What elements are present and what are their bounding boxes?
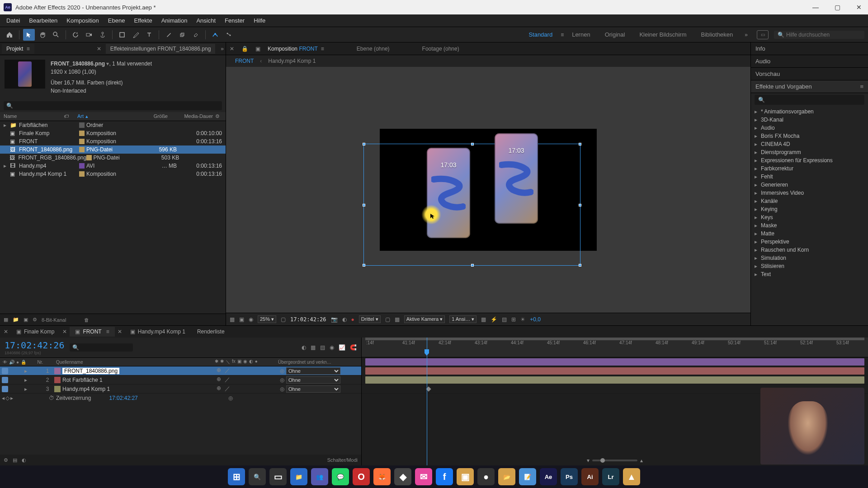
col-num[interactable]: Nr. <box>33 360 47 365</box>
panel-more-icon[interactable]: » <box>221 46 224 52</box>
zoom-in-icon[interactable]: ▴ <box>640 457 643 464</box>
new-comp-icon[interactable]: ▣ <box>24 317 28 323</box>
tl-film-icon[interactable]: ▦ <box>311 344 316 351</box>
taskbar-folder[interactable]: 📂 <box>498 468 515 485</box>
vis-header-icon[interactable]: 👁 <box>3 360 7 365</box>
project-item[interactable]: ▸ 📁 Farbflächen Ordner <box>0 121 226 129</box>
full-res-icon[interactable]: ▢ <box>281 316 286 323</box>
effects-category[interactable]: ▸CINEMA 4D <box>751 140 868 148</box>
toggle-switches-icon[interactable]: ⚙ <box>4 457 8 463</box>
tl-tab-handy[interactable]: ▣ Handy.mp4 Komp 1 <box>125 327 191 337</box>
taskbar-photoshop[interactable]: Ps <box>561 468 578 485</box>
bit-depth[interactable]: 8-Bit-Kanal <box>42 317 66 323</box>
effects-categories[interactable]: ▸* Animationsvorgaben▸3D-Kanal▸Audio▸Bor… <box>751 107 868 325</box>
lock-header-icon[interactable]: 🔒 <box>21 360 26 365</box>
effects-category[interactable]: ▸3D-Kanal <box>751 116 868 124</box>
timeline-layer[interactable]: ▸ 1 FRONT_1840886.png ⊕／ ◎Ohne <box>0 366 361 375</box>
shy-icon[interactable]: ⚙ <box>213 113 222 119</box>
switch-header-icon[interactable]: ✱ <box>215 359 218 365</box>
col-source[interactable]: Quellenname <box>47 360 215 365</box>
effects-category[interactable]: ▸Immersives Video <box>751 189 868 197</box>
taskbar-app2[interactable]: ▣ <box>457 468 474 485</box>
transparency-icon[interactable]: ▣ <box>239 316 244 323</box>
timeline-timecode[interactable]: 17:02:42:26 <box>5 340 64 351</box>
lock-icon[interactable]: 🔒 <box>241 46 248 52</box>
col-size[interactable]: Größe <box>132 113 168 119</box>
effects-category[interactable]: ▸Keys <box>751 213 868 221</box>
col-name[interactable]: Name <box>4 113 64 119</box>
menu-komposition[interactable]: Komposition <box>62 15 104 26</box>
tl-tab-close-icon[interactable]: ✕ <box>61 328 69 335</box>
taskbar-aftereffects[interactable]: Ae <box>540 468 557 485</box>
pixel-aspect-icon[interactable]: ▦ <box>481 316 486 323</box>
tl-tab-finale[interactable]: ▣ Finale Komp <box>11 327 60 337</box>
comp-tab-layer[interactable]: Ebene (ohne) <box>357 46 390 52</box>
playhead[interactable] <box>427 338 427 465</box>
switches-modes-label[interactable]: Schalter/Modi <box>327 457 358 463</box>
tl-shy-icon[interactable]: ◐ <box>302 344 306 351</box>
col-art[interactable]: Art▴ <box>77 113 132 119</box>
camera-dropdown[interactable]: Aktive Kamera ▾ <box>404 315 445 323</box>
mask-icon[interactable]: ◉ <box>249 316 253 323</box>
kf-add-icon[interactable]: ◇ <box>5 395 9 401</box>
panel-effects[interactable]: Effekte und Vorgaben≡ <box>751 80 868 93</box>
effects-category[interactable]: ▸* Animationsvorgaben <box>751 108 868 116</box>
tl-tab-close-icon[interactable]: ✕ <box>2 328 10 335</box>
project-search[interactable]: 🔍 <box>4 101 222 110</box>
timeline-layer[interactable]: ▸ 2 Rot Farbfläche 1 ⊕／ ◎Ohne <box>0 375 361 385</box>
reset-exposure-icon[interactable]: ☀ <box>520 316 525 323</box>
effects-category[interactable]: ▸Boris FX Mocha <box>751 132 868 140</box>
menu-animation[interactable]: Animation <box>157 15 192 26</box>
workspace-lernen[interactable]: Lernen <box>566 29 596 40</box>
taskbar-opera[interactable]: O <box>353 468 370 485</box>
menu-ansicht[interactable]: Ansicht <box>192 15 220 26</box>
hand-tool[interactable] <box>37 29 48 41</box>
tl-tab-front[interactable]: ▣ FRONT ≡ <box>70 327 114 337</box>
project-item[interactable]: ▣ Handy.mp4 Komp 1 Komposition 0:00:13:1… <box>0 170 226 178</box>
home-icon[interactable] <box>4 29 15 41</box>
taskbar-illustrator[interactable]: Ai <box>581 468 599 485</box>
project-item[interactable]: 🖼 FRONT_1840886.png PNG-Datei 596 KB <box>0 145 226 154</box>
breadcrumb-handy[interactable]: Handy.mp4 Komp 1 <box>268 58 316 64</box>
new-folder-icon[interactable]: 📁 <box>13 317 19 323</box>
clone-tool[interactable] <box>176 29 188 41</box>
menu-ebene[interactable]: Ebene <box>104 15 130 26</box>
project-item[interactable]: ▣ Finale Komp Komposition 0:00:10:00 <box>0 129 226 137</box>
timeline-icon[interactable]: ▤ <box>502 316 507 323</box>
col-dur[interactable]: Media-Dauer <box>168 113 213 119</box>
exposure-value[interactable]: +0,0 <box>530 316 541 323</box>
viewer-timecode[interactable]: 17:02:42:26 <box>290 316 326 323</box>
grid-icon[interactable]: ▦ <box>230 316 235 323</box>
comp-tab-footage[interactable]: Footage (ohne) <box>422 46 459 52</box>
rectangle-tool[interactable] <box>116 29 128 41</box>
workspace-bibliotheken[interactable]: Bibliotheken <box>694 29 739 40</box>
channel-icon[interactable]: ◐ <box>342 316 347 323</box>
effects-category[interactable]: ▸Fehlt <box>751 173 868 181</box>
camera-tool[interactable] <box>83 29 95 41</box>
puppet-tool[interactable] <box>223 29 235 41</box>
col-parent[interactable]: Übergeordnet und verkn… <box>278 360 359 365</box>
roi-icon[interactable]: ▢ <box>385 316 390 323</box>
panel-audio[interactable]: Audio <box>751 55 868 68</box>
taskbar-facebook[interactable]: f <box>436 468 453 485</box>
minimize-button[interactable]: — <box>810 4 821 11</box>
effects-category[interactable]: ▸Generieren <box>751 181 868 189</box>
fast-preview-icon[interactable]: ⚡ <box>491 316 497 323</box>
taskbar-windows[interactable]: ⊞ <box>228 468 245 485</box>
tl-tab-close-icon[interactable]: ✕ <box>116 328 124 335</box>
timeline-layer[interactable]: ▸ 3 Handy.mp4 Komp 1 ⊕／ ◎Ohne <box>0 385 361 394</box>
menu-effekte[interactable]: Effekte <box>129 15 156 26</box>
rotate-tool[interactable] <box>70 29 81 41</box>
effects-category[interactable]: ▸Expressionen für Expressions <box>751 156 868 164</box>
menu-fenster[interactable]: Fenster <box>220 15 249 26</box>
selection-box[interactable] <box>363 144 580 266</box>
project-item[interactable]: ▸ 🎞 Handy.mp4 AVI … MB 0:00:13:16 <box>0 162 226 170</box>
panel-vorschau[interactable]: Vorschau <box>751 68 868 80</box>
effects-category[interactable]: ▸Perspektive <box>751 238 868 246</box>
pen-tool[interactable] <box>130 29 142 41</box>
tl-tab-render[interactable]: Renderliste <box>192 327 230 337</box>
effects-category[interactable]: ▸Matte <box>751 230 868 238</box>
taskbar-explorer[interactable]: 📁 <box>290 468 307 485</box>
toggle-av-icon[interactable]: ◐ <box>22 457 26 463</box>
stopwatch-icon[interactable]: ⏱ <box>49 395 54 401</box>
